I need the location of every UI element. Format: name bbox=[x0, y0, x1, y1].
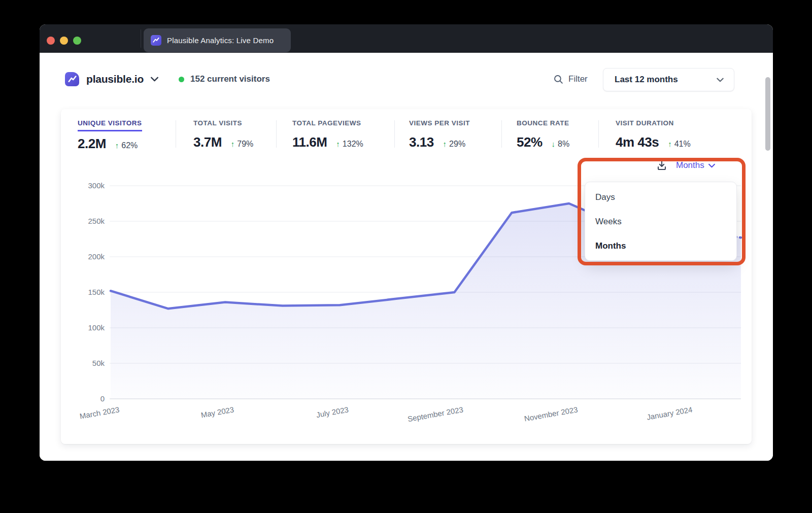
browser-window: Plausible Analytics: Live Demo plausible… bbox=[40, 24, 773, 461]
stat-label: TOTAL PAGEVIEWS bbox=[292, 119, 361, 130]
date-range-select[interactable]: Last 12 months bbox=[603, 68, 734, 91]
menu-item-months[interactable]: Months bbox=[585, 234, 736, 258]
svg-text:300k: 300k bbox=[88, 181, 105, 190]
chart-controls: Months bbox=[656, 159, 715, 172]
filter-label: Filter bbox=[568, 74, 588, 84]
close-window-button[interactable] bbox=[47, 37, 55, 45]
svg-text:150k: 150k bbox=[88, 288, 105, 296]
stat-change: 41% bbox=[674, 140, 691, 149]
chevron-down-icon bbox=[717, 78, 724, 82]
arrow-up-icon: ↑ bbox=[336, 140, 340, 148]
stat-tab-total-pageviews[interactable]: TOTAL PAGEVIEWS11.6M↑132% bbox=[292, 118, 363, 150]
stat-label: VISIT DURATION bbox=[616, 119, 674, 130]
stat-change: 8% bbox=[558, 140, 569, 149]
stat-divider bbox=[394, 120, 395, 148]
stat-value: 2.2M bbox=[78, 136, 106, 152]
stat-change: 132% bbox=[343, 140, 363, 149]
stat-change: 62% bbox=[121, 141, 138, 150]
svg-text:50k: 50k bbox=[92, 359, 105, 367]
vertical-scrollbar-thumb[interactable] bbox=[765, 77, 770, 151]
chevron-down-icon bbox=[708, 163, 715, 168]
titlebar-divider bbox=[141, 29, 141, 48]
arrow-down-icon: ↓ bbox=[552, 140, 556, 148]
stat-tab-total-visits[interactable]: TOTAL VISITS3.7M↑79% bbox=[193, 118, 253, 150]
arrow-up-icon: ↑ bbox=[231, 140, 235, 148]
page-content: plausible.io 152 current visitors Filter… bbox=[40, 53, 773, 461]
stat-value: 3.7M bbox=[193, 134, 222, 150]
stat-value: 52% bbox=[517, 134, 543, 150]
svg-text:0: 0 bbox=[100, 394, 105, 403]
arrow-up-icon: ↑ bbox=[443, 140, 447, 148]
minimize-window-button[interactable] bbox=[60, 37, 68, 45]
svg-text:November 2023: November 2023 bbox=[524, 405, 579, 423]
date-range-value: Last 12 months bbox=[615, 75, 678, 85]
stat-tab-views-per-visit[interactable]: VIEWS PER VISIT3.13↑29% bbox=[409, 118, 470, 150]
stat-tab-unique-visitors[interactable]: UNIQUE VISITORS2.2M↑62% bbox=[78, 118, 142, 152]
filter-button[interactable]: Filter bbox=[553, 69, 588, 90]
title-bar: Plausible Analytics: Live Demo bbox=[40, 24, 773, 53]
stat-label: VIEWS PER VISIT bbox=[409, 119, 470, 130]
site-switcher[interactable]: plausible.io bbox=[65, 69, 158, 90]
current-visitors-label: 152 current visitors bbox=[190, 74, 270, 84]
zoom-window-button[interactable] bbox=[73, 37, 81, 45]
svg-text:July 2023: July 2023 bbox=[316, 405, 349, 419]
dashboard-card: UNIQUE VISITORS2.2M↑62%TOTAL VISITS3.7M↑… bbox=[61, 109, 752, 444]
stat-tab-visit-duration[interactable]: VISIT DURATION4m 43s↑41% bbox=[616, 118, 691, 150]
svg-text:March 2023: March 2023 bbox=[79, 405, 120, 420]
stat-label: UNIQUE VISITORS bbox=[78, 119, 142, 131]
stat-change: 29% bbox=[449, 140, 465, 149]
svg-text:100k: 100k bbox=[88, 323, 105, 332]
site-name: plausible.io bbox=[86, 73, 144, 85]
svg-text:250k: 250k bbox=[88, 217, 105, 225]
menu-item-weeks[interactable]: Weeks bbox=[585, 210, 736, 234]
arrow-up-icon: ↑ bbox=[668, 140, 672, 148]
svg-text:January 2024: January 2024 bbox=[646, 405, 693, 422]
stat-value: 3.13 bbox=[409, 134, 434, 150]
plausible-logo-icon bbox=[65, 72, 79, 86]
stat-label: BOUNCE RATE bbox=[517, 119, 569, 130]
stat-value: 11.6M bbox=[292, 134, 327, 150]
stat-value: 4m 43s bbox=[616, 134, 659, 150]
stat-change: 79% bbox=[237, 140, 253, 149]
tab-title: Plausible Analytics: Live Demo bbox=[167, 36, 274, 45]
svg-text:200k: 200k bbox=[88, 252, 105, 261]
stat-divider bbox=[598, 120, 599, 148]
stat-divider bbox=[176, 120, 176, 148]
svg-text:May 2023: May 2023 bbox=[200, 405, 234, 419]
search-icon bbox=[553, 74, 564, 85]
stat-tab-bounce-rate[interactable]: BOUNCE RATE52%↓8% bbox=[517, 118, 569, 150]
interval-value: Months bbox=[676, 160, 704, 170]
interval-dropdown-menu: DaysWeeksMonths bbox=[585, 182, 737, 261]
download-icon[interactable] bbox=[656, 159, 668, 172]
stat-divider bbox=[276, 120, 277, 148]
live-dot-icon bbox=[179, 77, 184, 82]
stat-label: TOTAL VISITS bbox=[193, 119, 242, 130]
interval-dropdown-button[interactable]: Months bbox=[676, 160, 715, 170]
plausible-favicon-icon bbox=[151, 35, 161, 46]
browser-tab[interactable]: Plausible Analytics: Live Demo bbox=[144, 28, 291, 52]
stat-divider bbox=[501, 120, 502, 148]
chevron-down-icon bbox=[151, 77, 158, 82]
arrow-up-icon: ↑ bbox=[115, 141, 119, 150]
svg-text:September 2023: September 2023 bbox=[407, 405, 464, 423]
menu-item-days[interactable]: Days bbox=[585, 185, 736, 210]
current-visitors[interactable]: 152 current visitors bbox=[179, 69, 270, 90]
